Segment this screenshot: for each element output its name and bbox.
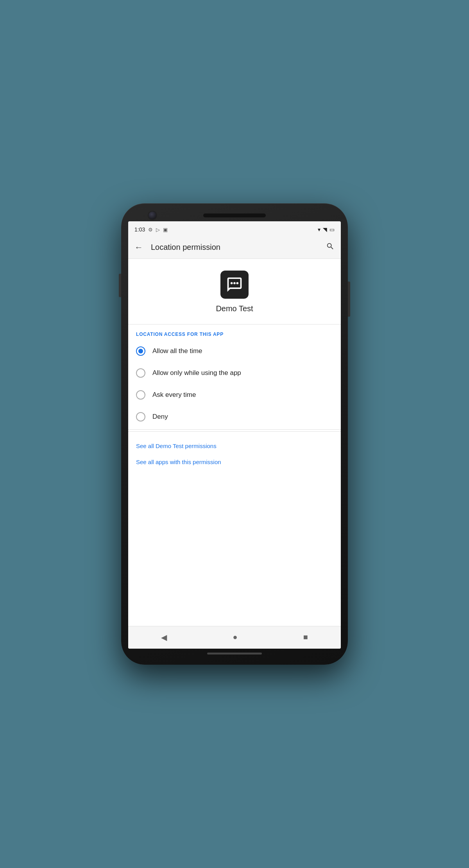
- svg-point-0: [233, 282, 236, 285]
- svg-point-2: [236, 282, 239, 285]
- battery-icon: ▭: [329, 226, 335, 233]
- home-indicator: [207, 653, 262, 655]
- page-title: Location permission: [151, 243, 326, 252]
- phone-top-bar: [128, 210, 341, 221]
- wifi-icon: ▾: [318, 226, 320, 233]
- app-name-label: Demo Test: [216, 304, 253, 313]
- search-button[interactable]: [326, 242, 335, 253]
- nav-home-button[interactable]: ●: [223, 630, 247, 644]
- radio-circle-while-using[interactable]: [136, 368, 145, 378]
- signal-icon: ◥: [323, 226, 327, 233]
- see-all-apps-link[interactable]: See all apps with this permission: [136, 454, 333, 470]
- status-left: 1:03 ⚙ ▷ ▣: [134, 226, 168, 233]
- permission-section: LOCATION ACCESS FOR THIS APP Allow all t…: [128, 325, 341, 626]
- nav-back-button[interactable]: ◀: [152, 630, 176, 644]
- links-section: See all Demo Test permissions See all ap…: [128, 431, 341, 476]
- gear-icon: ⚙: [148, 227, 153, 233]
- radio-allow-while-using[interactable]: Allow only while using the app: [128, 362, 341, 384]
- phone-screen: 1:03 ⚙ ▷ ▣ ▾ ◥ ▭ ← Location permission: [128, 221, 341, 649]
- app-bar: ← Location permission: [128, 236, 341, 259]
- status-right: ▾ ◥ ▭: [318, 226, 335, 233]
- radio-deny[interactable]: Deny: [128, 406, 341, 428]
- radio-circle-ask[interactable]: [136, 390, 145, 400]
- radio-allow-all-time[interactable]: Allow all the time: [128, 340, 341, 362]
- radio-circle-deny[interactable]: [136, 412, 145, 421]
- app-icon-image: [226, 276, 243, 293]
- svg-point-1: [231, 282, 233, 285]
- phone-bottom: [207, 649, 262, 658]
- section-header: LOCATION ACCESS FOR THIS APP: [128, 325, 341, 340]
- see-all-app-permissions-link[interactable]: See all Demo Test permissions: [136, 438, 333, 454]
- radio-circle-allow-all[interactable]: [136, 346, 145, 356]
- phone-device: 1:03 ⚙ ▷ ▣ ▾ ◥ ▭ ← Location permission: [121, 203, 348, 665]
- navigation-bar: ◀ ● ■: [128, 626, 341, 649]
- radio-list: Allow all the time Allow only while usin…: [128, 340, 341, 428]
- clipboard-icon: ▣: [163, 227, 168, 233]
- divider-1: [128, 429, 341, 430]
- back-button[interactable]: ←: [134, 241, 146, 254]
- nav-recents-button[interactable]: ■: [294, 630, 317, 644]
- app-info-section: Demo Test: [128, 259, 341, 325]
- radio-label-deny: Deny: [152, 413, 168, 421]
- radio-label-ask: Ask every time: [152, 391, 196, 399]
- app-icon: [220, 271, 249, 299]
- radio-label-allow-all: Allow all the time: [152, 347, 202, 355]
- radio-label-while-using: Allow only while using the app: [152, 369, 241, 377]
- camera: [148, 211, 157, 220]
- radio-ask-every-time[interactable]: Ask every time: [128, 384, 341, 406]
- status-time: 1:03: [134, 226, 145, 233]
- speaker: [203, 213, 266, 217]
- shield-icon: ▷: [156, 227, 160, 233]
- status-bar: 1:03 ⚙ ▷ ▣ ▾ ◥ ▭: [128, 221, 341, 236]
